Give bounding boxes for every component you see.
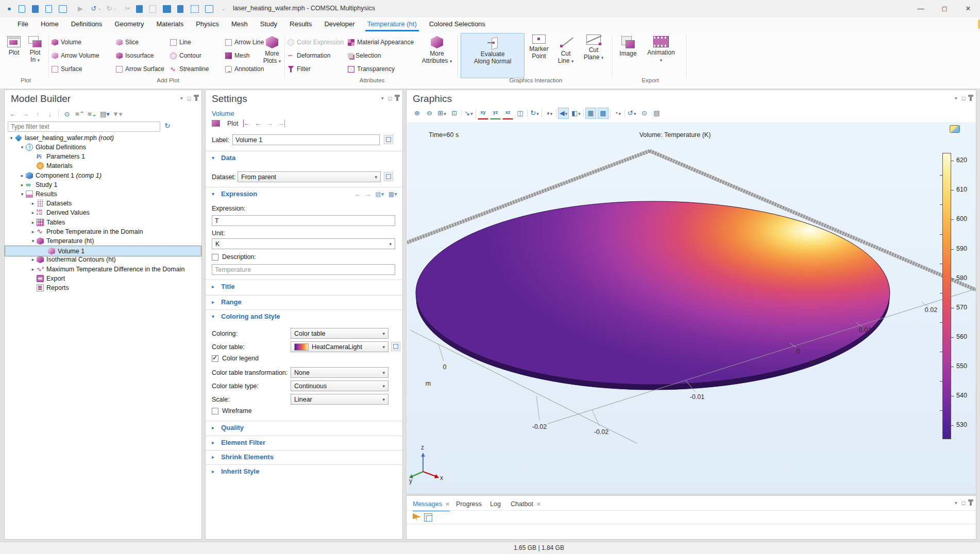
menu-developer[interactable]: Developer [318, 18, 361, 32]
zoom-extents-icon[interactable]: ⊡ [449, 108, 460, 119]
panel-pin-icon[interactable] [970, 501, 972, 506]
first-plot-icon[interactable]: ← [243, 119, 250, 127]
color-table-transformation-select[interactable]: None▾ [291, 367, 388, 378]
expression-forward-icon[interactable]: → [365, 191, 371, 198]
ribbon-arrow-surface[interactable]: Arrow Surface [116, 64, 164, 74]
section-shrink-elements[interactable]: ▸Shrink Elements [206, 450, 402, 463]
menu-temperature-ht[interactable]: Temperature (ht) [361, 18, 423, 32]
description-input[interactable] [212, 264, 395, 275]
expand-all-icon[interactable]: ≡⌄ [88, 110, 96, 118]
tree-item-probe-temperature[interactable]: ▸Probe Temperature in the Domain [5, 227, 201, 236]
panel-menu-caret-icon[interactable]: ▾ [381, 95, 384, 101]
new-file-icon[interactable] [19, 5, 25, 13]
cut-plane-button[interactable]: Cut Plane ▾ [580, 33, 607, 77]
plot-canvas[interactable]: Time=60 s Volume: Temperature (K) 0.02 0… [407, 122, 976, 494]
zoom-out-icon[interactable]: ⊖ [424, 108, 435, 119]
tab-messages[interactable]: Messages✕ [413, 498, 450, 511]
ribbon-deformation[interactable]: Deformation [288, 50, 330, 61]
ribbon-volume[interactable]: Volume [52, 37, 81, 47]
delete-icon[interactable] [177, 5, 183, 13]
menu-physics[interactable]: Physics [190, 18, 225, 32]
section-element-filter[interactable]: ▸Element Filter [206, 436, 402, 449]
scene-light-icon[interactable]: ◑▾ [544, 108, 554, 119]
animation-button[interactable]: Animation ▾ [643, 33, 679, 77]
scale-select[interactable]: Linear▾ [291, 394, 388, 405]
search-icon[interactable] [205, 5, 213, 13]
close-button[interactable]: ✕ [956, 0, 980, 18]
panel-pin-icon[interactable] [970, 96, 972, 101]
tree-item-export[interactable]: Export [5, 274, 201, 283]
description-checkbox[interactable] [212, 254, 218, 261]
ribbon-material-appearance[interactable]: Material Appearance [348, 37, 414, 47]
ribbon-filter[interactable]: Filter [288, 64, 311, 74]
chevron-down-icon[interactable]: ▾ [19, 192, 26, 197]
cut-icon[interactable]: ✂ [123, 4, 133, 14]
rotate-icon[interactable]: ↻▾ [529, 108, 540, 119]
tree-item-results[interactable]: ▾Results [5, 189, 201, 199]
open-icon[interactable] [32, 5, 39, 13]
plot-button[interactable]: Plot [4, 33, 24, 77]
cut-line-button[interactable]: Cut Line ▾ [554, 33, 577, 77]
ribbon-annotation[interactable]: Annotation [225, 64, 264, 74]
print-icon[interactable]: ▤ [651, 108, 662, 119]
ribbon-slice[interactable]: Slice [116, 37, 139, 47]
color-table-type-select[interactable]: Continuous▾ [291, 380, 388, 391]
copy-table-icon[interactable] [424, 513, 432, 522]
go-to-default-view-icon[interactable]: ↘▾ [463, 108, 474, 119]
tree-item-datasets[interactable]: ▸Datasets [5, 199, 201, 208]
chevron-right-icon[interactable]: ▸ [19, 173, 26, 178]
plot-thumbnail-icon[interactable] [950, 125, 960, 133]
maximize-button[interactable]: ◻ [933, 0, 956, 18]
panel-menu-caret-icon[interactable]: ▾ [180, 95, 183, 101]
run-icon[interactable]: ▶ [75, 4, 86, 14]
ribbon-contour[interactable]: Contour [170, 50, 201, 61]
menu-definitions[interactable]: Definitions [65, 18, 109, 32]
chevron-down-icon[interactable]: ▾ [29, 238, 37, 244]
section-data[interactable]: ▾Data [206, 151, 402, 164]
up-icon[interactable]: ↑ [33, 110, 42, 118]
view-xz-icon[interactable]: xz [502, 108, 513, 119]
rename-icon[interactable] [384, 135, 393, 144]
panel-pin-icon[interactable] [195, 96, 197, 101]
pointer-icon[interactable] [413, 513, 421, 522]
color-table-select[interactable]: HeatCameraLight▾ [291, 341, 388, 352]
color-table-browser-icon[interactable] [391, 342, 400, 351]
insert-expression-icon[interactable]: ▩▾ [388, 191, 397, 198]
show-grid-icon[interactable]: ▦ [585, 108, 596, 119]
ribbon-arrow-line[interactable]: Arrow Line [225, 37, 264, 47]
next-plot-icon[interactable]: → [266, 119, 273, 127]
menu-study[interactable]: Study [254, 18, 283, 32]
help-icon[interactable]: ? [978, 20, 980, 29]
toolbar-customize-caret-icon[interactable]: ⌄ [218, 4, 229, 14]
panel-float-icon[interactable]: ◻ [388, 95, 392, 101]
show-table-icon[interactable]: ▩ [598, 108, 609, 119]
ribbon-streamline[interactable]: Streamline [170, 64, 209, 74]
duplicate-icon[interactable] [163, 5, 171, 13]
tree-item-isothermal-contours[interactable]: ▸Isothermal Contours (ht) [5, 255, 201, 264]
refresh-icon[interactable]: ↻ [164, 122, 171, 130]
forward-icon[interactable]: → [21, 110, 29, 118]
last-plot-icon[interactable]: → [278, 119, 285, 127]
chevron-right-icon[interactable]: ▸ [29, 267, 37, 272]
replace-expression-icon[interactable]: ▤▾ [375, 191, 384, 198]
section-coloring-and-style[interactable]: ▾Coloring and Style [206, 309, 402, 323]
tree-item-reports[interactable]: Reports [5, 283, 201, 292]
plot-in-button[interactable]: Plot In ▾ [25, 33, 45, 77]
panel-float-icon[interactable]: ◻ [961, 500, 966, 506]
expression-input[interactable] [212, 215, 395, 226]
view-xy-icon[interactable]: xy [478, 108, 488, 119]
menu-file[interactable]: File [11, 18, 35, 32]
select-mode-icon[interactable]: ◀▾ [558, 108, 569, 119]
panel-float-icon[interactable]: ◻ [187, 95, 191, 101]
coloring-select[interactable]: Color table▾ [291, 328, 388, 339]
tree-item-max-temperature-difference[interactable]: ▸Maximum Temperature Difference in the D… [5, 265, 201, 274]
menu-materials[interactable]: Materials [150, 18, 190, 32]
ribbon-surface[interactable]: Surface [52, 64, 82, 74]
chevron-right-icon[interactable]: ▸ [29, 257, 37, 262]
dataset-plus-icon[interactable] [384, 172, 393, 181]
tree-item-materials[interactable]: Materials [5, 161, 201, 170]
avatar-icon[interactable]: ◔▾ [612, 108, 623, 119]
tree-item-parameters[interactable]: Parameters 1 [5, 152, 201, 161]
tree-item-global-definitions[interactable]: ▾Global Definitions [5, 143, 201, 152]
back-icon[interactable]: ← [9, 110, 17, 118]
